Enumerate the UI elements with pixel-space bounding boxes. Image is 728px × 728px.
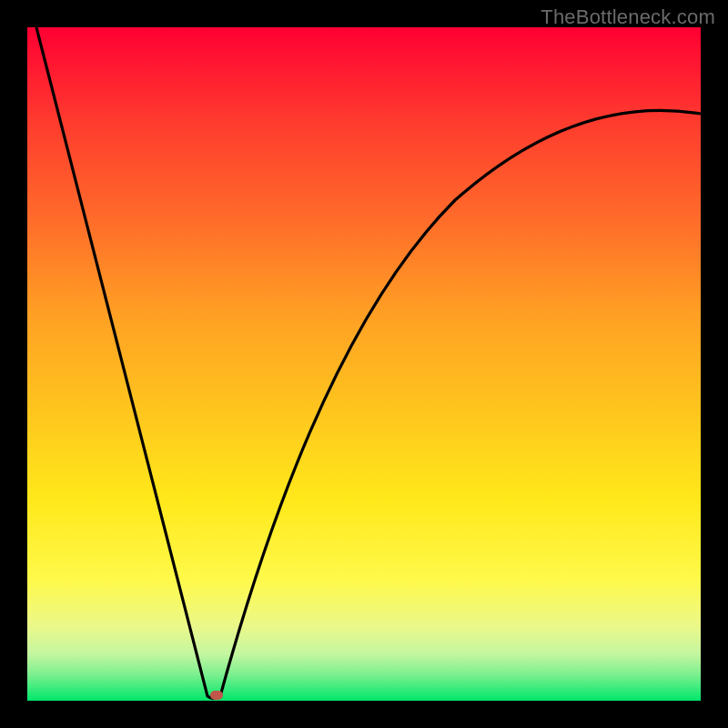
optimum-marker bbox=[210, 691, 223, 700]
curve-path bbox=[36, 27, 701, 699]
plot-area bbox=[27, 27, 701, 701]
attribution-text: TheBottleneck.com bbox=[541, 5, 715, 29]
chart-frame: TheBottleneck.com bbox=[0, 0, 728, 728]
bottleneck-curve bbox=[27, 27, 701, 701]
